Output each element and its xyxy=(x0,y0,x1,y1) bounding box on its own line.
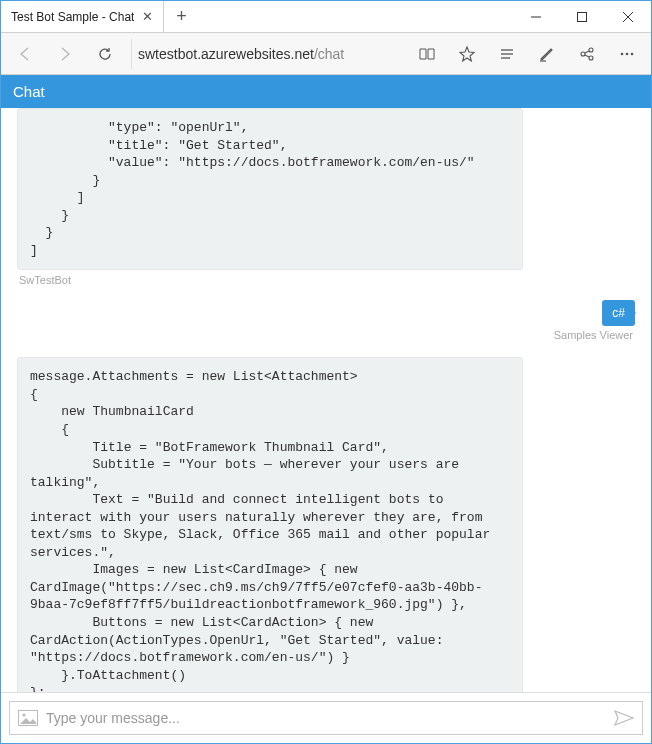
svg-point-14 xyxy=(626,52,629,55)
minimize-button[interactable] xyxy=(513,1,559,32)
svg-point-17 xyxy=(22,713,25,716)
svg-line-12 xyxy=(585,55,589,57)
bot-message-json: "type": "openUrl", "title": "Get Started… xyxy=(17,108,523,270)
svg-point-10 xyxy=(589,56,593,60)
close-tab-icon[interactable]: ✕ xyxy=(142,9,153,24)
share-icon[interactable] xyxy=(569,36,605,72)
page-title: Chat xyxy=(13,83,45,100)
chat-input-box[interactable] xyxy=(9,701,643,735)
page-header: Chat xyxy=(1,75,651,108)
forward-button[interactable] xyxy=(47,36,83,72)
user-message: c# xyxy=(602,300,635,326)
more-icon[interactable] xyxy=(609,36,645,72)
hub-icon[interactable] xyxy=(489,36,525,72)
refresh-button[interactable] xyxy=(87,36,123,72)
bot-message-code: message.Attachments = new List<Attachmen… xyxy=(17,357,523,692)
svg-point-15 xyxy=(631,52,634,55)
new-tab-button[interactable]: + xyxy=(164,1,198,32)
address-bar[interactable]: swtestbot.azurewebsites.net/chat xyxy=(131,39,401,69)
svg-rect-1 xyxy=(578,12,587,21)
browser-toolbar: swtestbot.azurewebsites.net/chat xyxy=(1,33,651,75)
maximize-button[interactable] xyxy=(559,1,605,32)
send-icon[interactable] xyxy=(614,710,634,726)
message-input[interactable] xyxy=(46,710,606,726)
tab-title: Test Bot Sample - Chat xyxy=(11,10,134,24)
image-attach-icon[interactable] xyxy=(18,710,38,726)
url-host: swtestbot.azurewebsites.net xyxy=(138,46,314,62)
svg-point-9 xyxy=(589,48,593,52)
favorite-icon[interactable] xyxy=(449,36,485,72)
chat-input-bar xyxy=(1,692,651,743)
bot-message-meta: SwTestBot xyxy=(19,274,643,286)
webnote-icon[interactable] xyxy=(529,36,565,72)
browser-tab[interactable]: Test Bot Sample - Chat ✕ xyxy=(1,1,164,32)
back-button[interactable] xyxy=(7,36,43,72)
titlebar: Test Bot Sample - Chat ✕ + xyxy=(1,1,651,33)
svg-line-11 xyxy=(585,51,589,53)
svg-point-8 xyxy=(581,52,585,56)
chat-scroll-area[interactable]: "type": "openUrl", "title": "Get Started… xyxy=(1,108,651,692)
reading-view-icon[interactable] xyxy=(409,36,445,72)
svg-point-13 xyxy=(621,52,624,55)
url-path: /chat xyxy=(314,46,344,62)
user-message-meta: Samples Viewer xyxy=(554,329,633,341)
close-window-button[interactable] xyxy=(605,1,651,32)
